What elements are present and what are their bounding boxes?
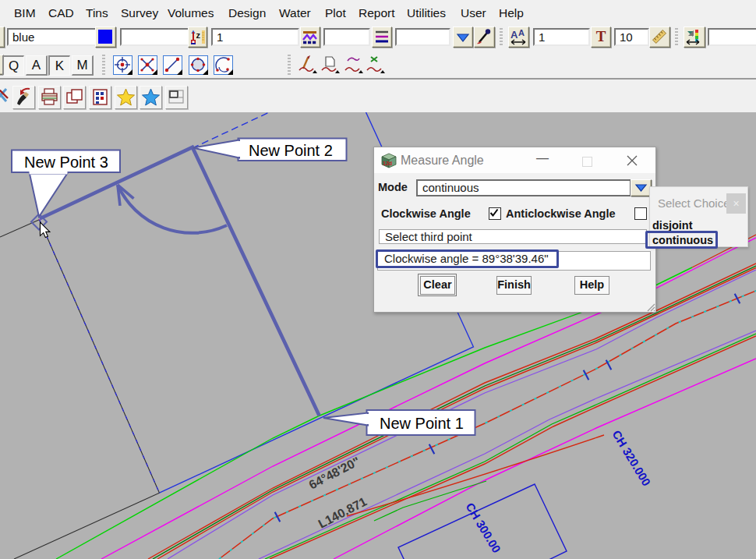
svg-text:L140.871: L140.871 <box>316 494 369 530</box>
svg-text:A: A <box>518 28 525 37</box>
svg-text:CH 300.00: CH 300.00 <box>463 501 503 555</box>
svg-text:New Point 1: New Point 1 <box>380 415 464 432</box>
svg-text:z: z <box>196 30 201 40</box>
svg-text:12d: 12d <box>383 161 392 166</box>
svg-text:New Point 3: New Point 3 <box>24 154 108 171</box>
svg-text:CH 320.000: CH 320.000 <box>609 428 653 488</box>
svg-text:A: A <box>510 29 518 41</box>
svg-text:New Point 2: New Point 2 <box>249 142 333 159</box>
